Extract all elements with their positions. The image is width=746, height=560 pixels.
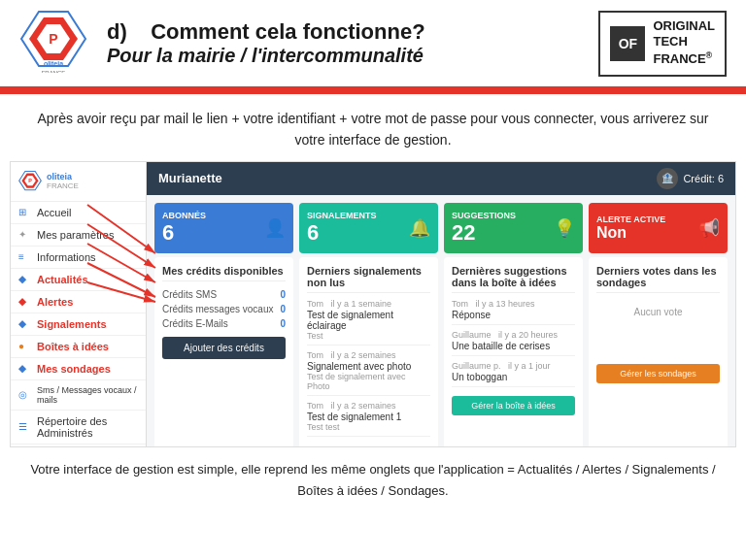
credits-label: Crédit: 6	[683, 173, 724, 184]
home-icon: ⊞	[18, 207, 32, 217]
svg-text:P: P	[28, 178, 32, 183]
stat-value-suggestions: 22	[452, 220, 516, 246]
sidebar-item-actualites[interactable]: ◆ Actualités	[11, 269, 146, 291]
signal-meta-3: Tom il y a 2 semaines	[307, 401, 430, 411]
svg-text:P: P	[49, 31, 57, 47]
svg-text:oliteia: oliteia	[44, 60, 63, 67]
directory-icon: ☰	[18, 421, 32, 432]
sidebar-item-label: Répertoire des Administrés	[37, 415, 138, 439]
sidebar-item-label: Boîtes à idées	[37, 341, 109, 352]
intro-text: Après avoir reçu par mail le lien + votr…	[0, 94, 746, 161]
credits-icon: 🏦	[657, 168, 678, 189]
sondages-col: Derniers votes dans les sondages Aucun v…	[589, 257, 728, 446]
suggestions-col-title: Dernières suggestions dans la boîte à id…	[452, 265, 575, 293]
sidebar-item-alertes[interactable]: ◆ Alertes	[11, 291, 146, 313]
alerte-icon: 📢	[698, 217, 720, 239]
sidebar-item-accueil[interactable]: ⊞ Accueil	[11, 202, 146, 224]
stat-card-alerte[interactable]: ALERTE ACTIVE Non 📢	[589, 203, 728, 253]
alert-icon: ◆	[18, 296, 32, 307]
sidebar-item-label: Signalements	[37, 318, 107, 330]
sugg-meta-1: Tom il y a 13 heures	[452, 299, 575, 309]
dashboard-title: Murianette	[158, 171, 222, 185]
stat-value-abonnes: 6	[162, 220, 206, 246]
stats-row: ABONNÉS 6 👤 SIGNALEMENTS 6 🔔 SUGGESTIONS…	[147, 195, 735, 257]
sidebar-item-info[interactable]: ≡ Informations	[11, 247, 146, 269]
sondages-col-title: Derniers votes dans les sondages	[596, 265, 720, 293]
sidebar-item-params[interactable]: ✦ Mes paramètres	[11, 224, 146, 247]
stat-label-suggestions: SUGGESTIONS	[452, 211, 516, 220]
sidebar-item-label: Accueil	[37, 207, 71, 218]
manage-boites-button[interactable]: Gérer la boîte à idées	[452, 396, 575, 415]
dashboard-header: Murianette 🏦 Crédit: 6	[147, 162, 735, 195]
sidebar-item-signalements[interactable]: ◆ Signalements	[11, 313, 146, 336]
stat-card-signalements[interactable]: SIGNALEMENTS 6 🔔	[299, 203, 438, 253]
credits-vocal-label: Crédits messages vocaux	[162, 304, 274, 314]
news-icon: ◆	[18, 274, 32, 284]
header-subtitle: Pour la mairie / l'intercommunalité	[107, 45, 598, 67]
abonnes-icon: 👤	[264, 217, 286, 239]
signalements-icon: 🔔	[409, 217, 430, 239]
page-header: P oliteia FRANCE d) Comment cela fonctio…	[0, 0, 746, 90]
signal-icon: ◆	[18, 318, 32, 329]
signal-sub-2: Test de signalement avec Photo	[307, 372, 430, 391]
add-credits-button[interactable]: Ajouter des crédits	[162, 337, 286, 359]
sugg-title-2: Une bataille de cerises	[452, 341, 575, 351]
sidebar: P oliteia FRANCE ⊞ Accueil ✦ Mes paramèt…	[11, 162, 147, 446]
suggestion-item-3: Guillaume p. il y a 1 jour Un toboggan	[452, 361, 575, 387]
credits-badge: 🏦 Crédit: 6	[657, 168, 724, 189]
sidebar-logo-text: oliteia	[47, 172, 79, 181]
brand-logo-icon: OF	[610, 26, 645, 61]
signal-title-2: Signalement avec photo	[307, 361, 430, 372]
brand-name: ORIGINALTECHFRANCE®	[653, 18, 715, 69]
sidebar-item-sms[interactable]: ◎ Sms / Messages vocaux / mails	[11, 380, 146, 411]
credits-vocal-count: 0	[280, 304, 286, 314]
politeia-logo: P oliteia FRANCE	[19, 10, 87, 77]
credits-col-title: Mes crédits disponibles	[162, 265, 286, 281]
idea-icon: ●	[18, 341, 32, 351]
suggestions-col: Dernières suggestions dans la boîte à id…	[444, 257, 583, 446]
stat-value-signalements: 6	[307, 220, 377, 246]
poll-icon: ◆	[18, 363, 32, 374]
signal-meta-1: Tom il y a 1 semaine	[307, 299, 430, 309]
sugg-title-1: Réponse	[452, 310, 575, 320]
sidebar-item-contact[interactable]: ✉ Nous contacter	[11, 445, 146, 446]
sugg-meta-2: Guillaume il y a 20 heures	[452, 330, 575, 340]
stat-label-signalements: SIGNALEMENTS	[307, 211, 377, 220]
no-vote-label: Aucun vote	[596, 299, 720, 325]
manage-sondages-button[interactable]: Gérer les sondages	[596, 364, 720, 383]
sidebar-logo-subtext: FRANCE	[47, 181, 79, 190]
sidebar-item-sondages[interactable]: ◆ Mes sondages	[11, 358, 146, 380]
sugg-title-3: Un toboggan	[452, 372, 575, 382]
credits-row-vocal: Crédits messages vocaux 0	[162, 302, 286, 316]
credits-sms-count: 0	[280, 289, 286, 300]
header-title-block: d) Comment cela fonctionne? Pour la mair…	[107, 19, 598, 67]
stat-card-suggestions[interactable]: SUGGESTIONS 22 💡	[444, 203, 583, 253]
credits-row-email: Crédits E-Mails 0	[162, 316, 286, 331]
sidebar-item-label: Alertes	[37, 296, 73, 308]
signalements-col-title: Derniers signalements non lus	[307, 265, 430, 293]
stat-card-abonnes[interactable]: ABONNÉS 6 👤	[154, 203, 293, 253]
footer-text: Votre interface de gestion est simple, e…	[0, 447, 746, 511]
sidebar-item-repertoire[interactable]: ☰ Répertoire des Administrés	[11, 411, 146, 445]
dashboard: Murianette 🏦 Crédit: 6 ABONNÉS 6 👤 SIGNA…	[147, 162, 735, 446]
signal-item-2: Tom il y a 2 semaines Signalement avec p…	[307, 350, 430, 396]
sms-icon: ◎	[18, 389, 32, 400]
signalements-col: Derniers signalements non lus Tom il y a…	[299, 257, 438, 446]
main-content-area: P oliteia FRANCE ⊞ Accueil ✦ Mes paramèt…	[10, 161, 736, 447]
signal-sub-3: Test test	[307, 422, 430, 432]
suggestion-item-2: Guillaume il y a 20 heures Une bataille …	[452, 330, 575, 356]
info-icon: ≡	[18, 251, 32, 262]
sidebar-item-label: Mes sondages	[37, 363, 111, 375]
sidebar-item-label: Actualités	[37, 274, 88, 285]
credits-email-label: Crédits E-Mails	[162, 318, 228, 329]
sidebar-nav: ⊞ Accueil ✦ Mes paramètres ≡ Information…	[11, 202, 146, 446]
sidebar-item-boites[interactable]: ● Boîtes à idées	[11, 336, 146, 358]
suggestion-item-1: Tom il y a 13 heures Réponse	[452, 299, 575, 325]
stat-label-abonnes: ABONNÉS	[162, 211, 206, 220]
signal-title-3: Test de signalement 1	[307, 412, 430, 422]
sidebar-logo: P oliteia FRANCE	[11, 162, 146, 202]
suggestions-icon: 💡	[554, 217, 575, 239]
signal-meta-2: Tom il y a 2 semaines	[307, 350, 430, 360]
stat-value-alerte: Non	[596, 224, 665, 242]
sidebar-item-label: Sms / Messages vocaux / mails	[37, 385, 138, 405]
